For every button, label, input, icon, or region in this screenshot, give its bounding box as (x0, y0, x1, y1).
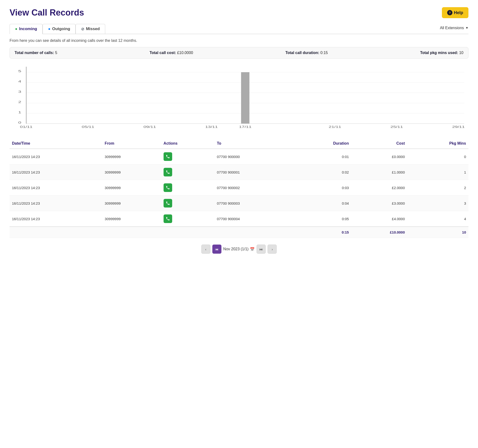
col-pkg-mins: Pkg Mins (407, 138, 468, 149)
cell-duration: 0:01 (293, 149, 351, 164)
calls-table: Date/Time From Actions To Duration Cost … (10, 138, 468, 238)
calendar-icon: 📅 (250, 247, 255, 251)
help-icon: ? (447, 10, 453, 15)
cell-datetime: 16/11/2023 14:23 (10, 211, 102, 227)
totals-empty-4 (214, 227, 293, 238)
cell-duration: 0:03 (293, 180, 351, 196)
totals-row: 0:15 £10.0000 10 (10, 227, 468, 238)
col-duration: Duration (293, 138, 351, 149)
cell-cost: £2.0000 (351, 180, 407, 196)
call-button[interactable] (164, 152, 172, 161)
col-datetime: Date/Time (10, 138, 102, 149)
stat-total-duration-value: 0:15 (321, 51, 328, 55)
tabs-container: ● Incoming ● Outgoing ⊘ Missed (10, 24, 105, 34)
col-cost: Cost (351, 138, 407, 149)
tab-missed-label: Missed (86, 26, 100, 31)
svg-text:21/11: 21/11 (329, 125, 341, 128)
totals-cost: £10.0000 (351, 227, 407, 238)
missed-tab-icon: ⊘ (81, 27, 84, 31)
call-button[interactable] (164, 214, 172, 223)
stat-total-calls-value: 5 (55, 51, 57, 55)
outgoing-tab-icon: ● (48, 27, 50, 31)
chevron-down-icon: ▼ (465, 26, 468, 30)
svg-text:01/11: 01/11 (20, 125, 32, 128)
current-page-button[interactable]: ⏮ (212, 245, 221, 254)
first-page-button[interactable]: ‹ (201, 245, 210, 254)
svg-text:1: 1 (18, 111, 21, 114)
table-row: 16/11/2023 14:23 30999999 07700 900000 0… (10, 149, 468, 164)
cell-to: 07700 900000 (214, 149, 293, 164)
chart-svg: 0 1 2 3 4 5 01/11 05/11 09/11 13/11 17/1… (10, 64, 468, 131)
cell-datetime: 16/11/2023 14:23 (10, 164, 102, 180)
page-label-text: Nov 2023 (1/1) (223, 247, 249, 251)
tab-incoming[interactable]: ● Incoming (10, 24, 43, 34)
col-from: From (102, 138, 161, 149)
stats-bar: Total number of calls: 5 Total call cost… (10, 47, 468, 59)
cell-actions (161, 180, 214, 196)
table-header-row: Date/Time From Actions To Duration Cost … (10, 138, 468, 149)
incoming-tab-icon: ● (15, 27, 18, 31)
svg-text:5: 5 (18, 69, 21, 73)
totals-empty-2 (102, 227, 161, 238)
cell-from: 30999999 (102, 149, 161, 164)
col-actions: Actions (161, 138, 214, 149)
tab-incoming-label: Incoming (19, 26, 37, 31)
tabs-row: ● Incoming ● Outgoing ⊘ Missed All Exten… (10, 24, 468, 34)
stat-total-calls-label: Total number of calls: (15, 51, 54, 55)
svg-text:4: 4 (18, 80, 21, 83)
call-button[interactable] (164, 199, 172, 207)
totals-empty-3 (161, 227, 214, 238)
page-label: Nov 2023 (1/1) 📅 (223, 247, 255, 251)
cell-cost: £3.0000 (351, 196, 407, 211)
cell-cost: £4.0000 (351, 211, 407, 227)
calls-table-container: Date/Time From Actions To Duration Cost … (10, 138, 468, 238)
cell-pkg-mins: 0 (407, 149, 468, 164)
cell-from: 30999999 (102, 211, 161, 227)
help-button[interactable]: ? Help (442, 7, 468, 18)
call-chart: 0 1 2 3 4 5 01/11 05/11 09/11 13/11 17/1… (10, 64, 468, 131)
cell-datetime: 16/11/2023 14:23 (10, 196, 102, 211)
stat-total-cost-label: Total call cost: (150, 51, 176, 55)
next-page-button[interactable]: › (268, 245, 277, 254)
svg-text:09/11: 09/11 (144, 125, 156, 128)
cell-to: 07700 900003 (214, 196, 293, 211)
pagination: ‹ ⏮ Nov 2023 (1/1) 📅 ⏭ › (10, 245, 468, 254)
stat-total-calls: Total number of calls: 5 (15, 51, 57, 55)
cell-actions (161, 211, 214, 227)
cell-actions (161, 196, 214, 211)
svg-text:05/11: 05/11 (82, 125, 94, 128)
extension-filter[interactable]: All Extensions ▼ (440, 26, 468, 32)
call-button[interactable] (164, 183, 172, 192)
cell-actions (161, 149, 214, 164)
stat-total-cost-value: £10.0000 (177, 51, 193, 55)
extension-filter-label: All Extensions (440, 26, 464, 30)
totals-pkg-mins: 10 (407, 227, 468, 238)
cell-cost: £1.0000 (351, 164, 407, 180)
next-last-button[interactable]: ⏭ (257, 245, 266, 254)
svg-rect-13 (241, 72, 249, 124)
stat-total-pkg: Total pkg mins used: 10 (420, 51, 463, 55)
cell-to: 07700 900001 (214, 164, 293, 180)
svg-text:2: 2 (18, 100, 21, 104)
cell-from: 30999999 (102, 164, 161, 180)
svg-text:29/11: 29/11 (452, 125, 465, 128)
stat-total-cost: Total call cost: £10.0000 (150, 51, 193, 55)
cell-pkg-mins: 4 (407, 211, 468, 227)
cell-pkg-mins: 2 (407, 180, 468, 196)
cell-pkg-mins: 3 (407, 196, 468, 211)
description-text: From here you can see details of all inc… (10, 38, 468, 43)
table-row: 16/11/2023 14:23 30999999 07700 900003 0… (10, 196, 468, 211)
tab-outgoing[interactable]: ● Outgoing (43, 24, 75, 34)
table-row: 16/11/2023 14:23 30999999 07700 900001 0… (10, 164, 468, 180)
tab-missed[interactable]: ⊘ Missed (75, 24, 105, 34)
call-button[interactable] (164, 168, 172, 176)
cell-to: 07700 900004 (214, 211, 293, 227)
svg-text:3: 3 (18, 90, 21, 93)
tab-outgoing-label: Outgoing (52, 26, 70, 31)
stat-total-duration-label: Total call duration: (285, 51, 319, 55)
stat-total-pkg-value: 10 (459, 51, 463, 55)
totals-duration: 0:15 (293, 227, 351, 238)
cell-duration: 0:05 (293, 211, 351, 227)
cell-datetime: 16/11/2023 14:23 (10, 149, 102, 164)
cell-cost: £0.0000 (351, 149, 407, 164)
